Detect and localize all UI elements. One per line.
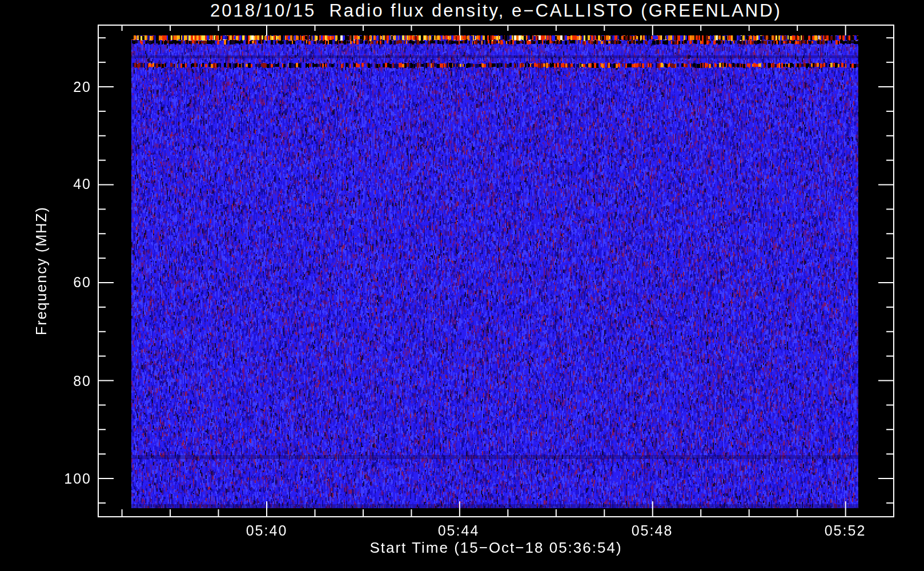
y-tick-label-60: 60 bbox=[34, 272, 91, 292]
axes-frame bbox=[0, 0, 924, 571]
y-tick-label-100: 100 bbox=[34, 469, 91, 488]
x-axis-title: Start Time (15−Oct−18 05:36:54) bbox=[98, 539, 894, 558]
plot-frame bbox=[98, 25, 894, 517]
x-tick-label-0552: 05:52 bbox=[805, 521, 885, 540]
x-tick-label-0548: 05:48 bbox=[612, 521, 692, 540]
x-tick-label-0544: 05:44 bbox=[419, 521, 499, 540]
y-tick-label-20: 20 bbox=[34, 77, 91, 96]
y-tick-label-40: 40 bbox=[34, 174, 91, 194]
y-tick-label-80: 80 bbox=[34, 371, 91, 391]
x-tick-label-0540: 05:40 bbox=[227, 521, 307, 540]
y-axis-title: Frequency (MHZ) bbox=[33, 206, 50, 335]
spectrogram-page: 2018/10/15 Radio flux density, e−CALLIST… bbox=[0, 0, 924, 571]
